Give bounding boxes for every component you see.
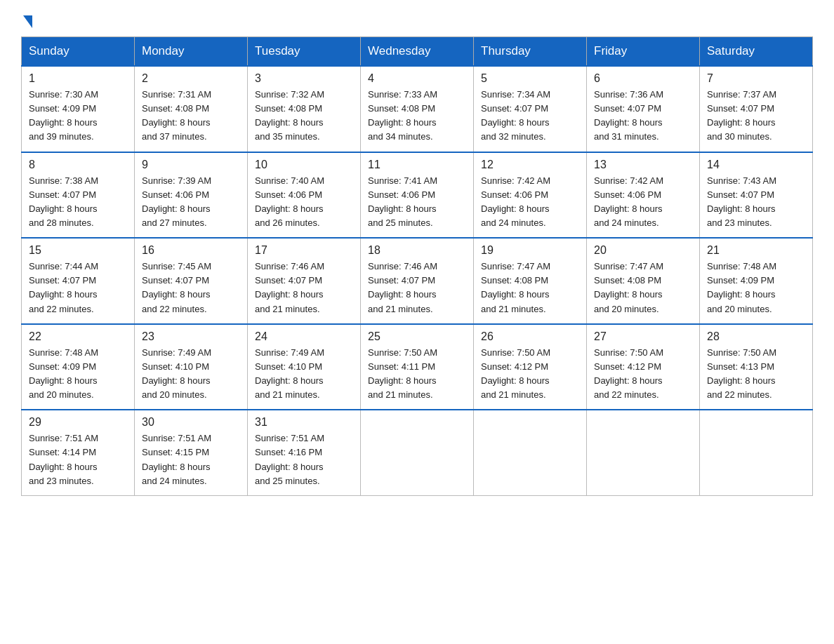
calendar-header-tuesday: Tuesday — [248, 37, 361, 67]
week-row-2: 8 Sunrise: 7:38 AM Sunset: 4:07 PM Dayli… — [22, 152, 813, 239]
calendar-cell: 29 Sunrise: 7:51 AM Sunset: 4:14 PM Dayl… — [22, 410, 135, 495]
day-info: Sunrise: 7:50 AM Sunset: 4:13 PM Dayligh… — [707, 346, 805, 403]
day-number: 17 — [255, 244, 353, 257]
day-number: 28 — [707, 330, 805, 343]
calendar-cell: 25 Sunrise: 7:50 AM Sunset: 4:11 PM Dayl… — [361, 324, 474, 410]
day-info: Sunrise: 7:36 AM Sunset: 4:07 PM Dayligh… — [594, 88, 692, 145]
day-number: 1 — [29, 72, 127, 85]
day-info: Sunrise: 7:42 AM Sunset: 4:06 PM Dayligh… — [481, 174, 579, 231]
day-number: 3 — [255, 72, 353, 85]
calendar-cell — [474, 410, 587, 495]
day-info: Sunrise: 7:38 AM Sunset: 4:07 PM Dayligh… — [29, 174, 127, 231]
calendar-header-saturday: Saturday — [700, 37, 813, 67]
day-number: 12 — [481, 159, 579, 171]
day-number: 18 — [368, 244, 466, 257]
day-number: 22 — [29, 330, 127, 343]
calendar-cell: 30 Sunrise: 7:51 AM Sunset: 4:15 PM Dayl… — [135, 410, 248, 495]
calendar-cell — [587, 410, 700, 495]
calendar-cell: 14 Sunrise: 7:43 AM Sunset: 4:07 PM Dayl… — [700, 152, 813, 239]
day-number: 16 — [142, 244, 240, 257]
day-info: Sunrise: 7:45 AM Sunset: 4:07 PM Dayligh… — [142, 260, 240, 316]
calendar-cell: 4 Sunrise: 7:33 AM Sunset: 4:08 PM Dayli… — [361, 66, 474, 152]
calendar-cell: 11 Sunrise: 7:41 AM Sunset: 4:06 PM Dayl… — [361, 152, 474, 239]
calendar-header-sunday: Sunday — [22, 37, 135, 67]
calendar-cell: 2 Sunrise: 7:31 AM Sunset: 4:08 PM Dayli… — [135, 66, 248, 152]
day-info: Sunrise: 7:46 AM Sunset: 4:07 PM Dayligh… — [368, 260, 466, 316]
day-number: 24 — [255, 330, 353, 343]
page-header — [21, 14, 813, 24]
calendar-cell: 1 Sunrise: 7:30 AM Sunset: 4:09 PM Dayli… — [22, 66, 135, 152]
calendar-cell: 12 Sunrise: 7:42 AM Sunset: 4:06 PM Dayl… — [474, 152, 587, 239]
calendar-cell: 7 Sunrise: 7:37 AM Sunset: 4:07 PM Dayli… — [700, 66, 813, 152]
day-number: 2 — [142, 72, 240, 85]
calendar-cell: 8 Sunrise: 7:38 AM Sunset: 4:07 PM Dayli… — [22, 152, 135, 239]
day-info: Sunrise: 7:41 AM Sunset: 4:06 PM Dayligh… — [368, 174, 466, 231]
calendar-cell: 31 Sunrise: 7:51 AM Sunset: 4:16 PM Dayl… — [248, 410, 361, 495]
day-number: 9 — [142, 159, 240, 171]
week-row-5: 29 Sunrise: 7:51 AM Sunset: 4:14 PM Dayl… — [22, 410, 813, 495]
day-info: Sunrise: 7:48 AM Sunset: 4:09 PM Dayligh… — [29, 346, 127, 403]
day-info: Sunrise: 7:48 AM Sunset: 4:09 PM Dayligh… — [707, 260, 805, 316]
day-info: Sunrise: 7:51 AM Sunset: 4:16 PM Dayligh… — [255, 431, 353, 488]
day-info: Sunrise: 7:44 AM Sunset: 4:07 PM Dayligh… — [29, 260, 127, 316]
calendar-cell: 28 Sunrise: 7:50 AM Sunset: 4:13 PM Dayl… — [700, 324, 813, 410]
calendar-cell: 21 Sunrise: 7:48 AM Sunset: 4:09 PM Dayl… — [700, 238, 813, 324]
day-number: 15 — [29, 244, 127, 257]
day-number: 6 — [594, 72, 692, 85]
calendar-header-row: SundayMondayTuesdayWednesdayThursdayFrid… — [22, 37, 813, 67]
calendar-cell: 15 Sunrise: 7:44 AM Sunset: 4:07 PM Dayl… — [22, 238, 135, 324]
calendar-cell: 3 Sunrise: 7:32 AM Sunset: 4:08 PM Dayli… — [248, 66, 361, 152]
calendar-cell: 5 Sunrise: 7:34 AM Sunset: 4:07 PM Dayli… — [474, 66, 587, 152]
day-info: Sunrise: 7:33 AM Sunset: 4:08 PM Dayligh… — [368, 88, 466, 145]
day-info: Sunrise: 7:47 AM Sunset: 4:08 PM Dayligh… — [594, 260, 692, 316]
calendar-cell: 10 Sunrise: 7:40 AM Sunset: 4:06 PM Dayl… — [248, 152, 361, 239]
calendar-header-monday: Monday — [135, 37, 248, 67]
day-info: Sunrise: 7:46 AM Sunset: 4:07 PM Dayligh… — [255, 260, 353, 316]
week-row-4: 22 Sunrise: 7:48 AM Sunset: 4:09 PM Dayl… — [22, 324, 813, 410]
day-info: Sunrise: 7:30 AM Sunset: 4:09 PM Dayligh… — [29, 88, 127, 145]
day-number: 8 — [29, 159, 127, 171]
day-info: Sunrise: 7:37 AM Sunset: 4:07 PM Dayligh… — [707, 88, 805, 145]
day-info: Sunrise: 7:47 AM Sunset: 4:08 PM Dayligh… — [481, 260, 579, 316]
day-number: 7 — [707, 72, 805, 85]
day-info: Sunrise: 7:49 AM Sunset: 4:10 PM Dayligh… — [142, 346, 240, 403]
calendar-cell: 9 Sunrise: 7:39 AM Sunset: 4:06 PM Dayli… — [135, 152, 248, 239]
day-number: 19 — [481, 244, 579, 257]
day-number: 31 — [255, 416, 353, 429]
calendar-header-wednesday: Wednesday — [361, 37, 474, 67]
day-info: Sunrise: 7:34 AM Sunset: 4:07 PM Dayligh… — [481, 88, 579, 145]
calendar-cell: 6 Sunrise: 7:36 AM Sunset: 4:07 PM Dayli… — [587, 66, 700, 152]
calendar-cell: 24 Sunrise: 7:49 AM Sunset: 4:10 PM Dayl… — [248, 324, 361, 410]
day-info: Sunrise: 7:42 AM Sunset: 4:06 PM Dayligh… — [594, 174, 692, 231]
calendar-cell: 18 Sunrise: 7:46 AM Sunset: 4:07 PM Dayl… — [361, 238, 474, 324]
logo-arrow-icon — [23, 15, 32, 28]
calendar-cell: 17 Sunrise: 7:46 AM Sunset: 4:07 PM Dayl… — [248, 238, 361, 324]
day-number: 23 — [142, 330, 240, 343]
calendar-cell: 19 Sunrise: 7:47 AM Sunset: 4:08 PM Dayl… — [474, 238, 587, 324]
day-info: Sunrise: 7:50 AM Sunset: 4:12 PM Dayligh… — [594, 346, 692, 403]
calendar-cell: 23 Sunrise: 7:49 AM Sunset: 4:10 PM Dayl… — [135, 324, 248, 410]
calendar-cell — [700, 410, 813, 495]
day-info: Sunrise: 7:32 AM Sunset: 4:08 PM Dayligh… — [255, 88, 353, 145]
week-row-3: 15 Sunrise: 7:44 AM Sunset: 4:07 PM Dayl… — [22, 238, 813, 324]
day-number: 25 — [368, 330, 466, 343]
day-info: Sunrise: 7:49 AM Sunset: 4:10 PM Dayligh… — [255, 346, 353, 403]
day-number: 20 — [594, 244, 692, 257]
calendar-cell: 26 Sunrise: 7:50 AM Sunset: 4:12 PM Dayl… — [474, 324, 587, 410]
calendar-cell: 22 Sunrise: 7:48 AM Sunset: 4:09 PM Dayl… — [22, 324, 135, 410]
day-number: 11 — [368, 159, 466, 171]
day-info: Sunrise: 7:31 AM Sunset: 4:08 PM Dayligh… — [142, 88, 240, 145]
calendar-cell: 13 Sunrise: 7:42 AM Sunset: 4:06 PM Dayl… — [587, 152, 700, 239]
day-number: 5 — [481, 72, 579, 85]
calendar-header-thursday: Thursday — [474, 37, 587, 67]
day-info: Sunrise: 7:51 AM Sunset: 4:14 PM Dayligh… — [29, 431, 127, 488]
day-info: Sunrise: 7:43 AM Sunset: 4:07 PM Dayligh… — [707, 174, 805, 231]
day-number: 21 — [707, 244, 805, 257]
week-row-1: 1 Sunrise: 7:30 AM Sunset: 4:09 PM Dayli… — [22, 66, 813, 152]
day-number: 13 — [594, 159, 692, 171]
day-info: Sunrise: 7:50 AM Sunset: 4:11 PM Dayligh… — [368, 346, 466, 403]
calendar-cell: 16 Sunrise: 7:45 AM Sunset: 4:07 PM Dayl… — [135, 238, 248, 324]
day-number: 26 — [481, 330, 579, 343]
calendar-cell — [361, 410, 474, 495]
day-info: Sunrise: 7:51 AM Sunset: 4:15 PM Dayligh… — [142, 431, 240, 488]
